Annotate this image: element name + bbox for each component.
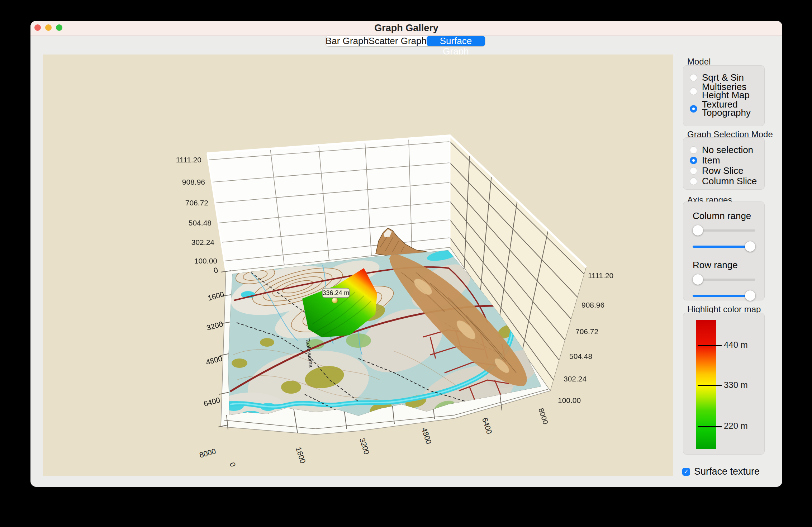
selection-mode-groupbox: No selectionItemRow SliceColumn Slice: [683, 137, 765, 190]
colormap-tick: [698, 426, 722, 427]
axis-label: 908.96: [581, 301, 604, 309]
colormap-tick: [698, 345, 722, 346]
radio-option-column-slice[interactable]: Column Slice: [690, 176, 764, 186]
radio-icon[interactable]: [690, 167, 697, 175]
surface-plot-area: 336.24 m 1111.201111.20908.96908.96706.7…: [43, 54, 673, 476]
model-groupbox: Sqrt & SinMultiseries Height MapTextured…: [683, 65, 765, 126]
app-window: Graph Gallery Bar Graph Scatter Graph Su…: [30, 21, 782, 487]
min-slider-row-range[interactable]: [693, 274, 755, 285]
axis-label: 706.72: [575, 327, 598, 336]
max-slider-column-range[interactable]: [693, 241, 755, 252]
tooltip-value: 336.24 m: [322, 289, 349, 296]
axis-label: 706.72: [185, 199, 208, 207]
colormap-tick-label: 440 m: [724, 340, 748, 350]
range-label: Column range: [693, 210, 764, 222]
selection-tooltip: 336.24 m: [322, 288, 350, 298]
window-title: Graph Gallery: [30, 21, 782, 35]
surface-texture-label: Surface texture: [694, 466, 760, 477]
axis-label: 100.00: [558, 396, 581, 404]
radio-label: Multiseries Height Map: [702, 83, 759, 99]
radio-option-item[interactable]: Item: [690, 155, 764, 165]
radio-label: Column Slice: [702, 177, 757, 185]
axis-label: 908.96: [182, 178, 205, 186]
range-label: Row range: [693, 260, 764, 271]
graph-type-tabs: Bar Graph Scatter Graph Surface Graph: [326, 36, 485, 46]
axis-ranges-groupbox: Column rangeRow range: [683, 201, 765, 300]
max-slider-row-range[interactable]: [693, 290, 755, 301]
radio-option-row-slice[interactable]: Row Slice: [690, 166, 764, 176]
surface-texture-checkbox-row[interactable]: ✓ Surface texture: [682, 466, 760, 477]
tab-bar-graph[interactable]: Bar Graph: [326, 36, 369, 46]
tab-scatter-graph[interactable]: Scatter Graph: [369, 36, 427, 46]
radio-icon[interactable]: [690, 146, 697, 154]
axis-label: 100.00: [194, 257, 217, 265]
slider-knob[interactable]: [693, 274, 703, 285]
radio-option-no-selection[interactable]: No selection: [690, 145, 764, 155]
checkbox-icon[interactable]: ✓: [682, 468, 690, 476]
colormap-tick-label: 330 m: [724, 380, 748, 390]
colormap-gradient-bar: [696, 320, 716, 449]
radio-option-textured-topography[interactable]: Textured Topography: [690, 100, 764, 117]
radio-icon[interactable]: [690, 74, 697, 81]
axis-label: 1111.20: [176, 156, 201, 164]
radio-label: Item: [702, 156, 720, 165]
colormap-tick: [698, 385, 722, 386]
radio-icon[interactable]: [690, 87, 697, 95]
radio-label: Textured Topography: [702, 100, 759, 117]
surface-plot-canvas[interactable]: 336.24 m 1111.201111.20908.96908.96706.7…: [43, 54, 673, 476]
min-slider-column-range[interactable]: [693, 225, 755, 236]
selection-marker[interactable]: [332, 298, 338, 303]
radio-icon[interactable]: [690, 177, 697, 185]
axis-label: 302.24: [564, 375, 587, 383]
radio-option-sqrt-sin[interactable]: Sqrt & Sin: [690, 73, 764, 82]
radio-option-multiseries-height-map[interactable]: Multiseries Height Map: [690, 83, 764, 99]
axis-label: 1111.20: [588, 271, 613, 280]
axis-label: 302.24: [191, 238, 215, 246]
slider-knob[interactable]: [745, 241, 755, 252]
radio-icon[interactable]: [690, 105, 697, 113]
title-bar: Graph Gallery: [30, 21, 782, 36]
radio-icon[interactable]: [690, 157, 697, 164]
colormap-tick-label: 220 m: [724, 421, 748, 431]
radio-label: Sqrt & Sin: [702, 73, 744, 82]
axis-label: 504.48: [189, 219, 212, 227]
slider-knob[interactable]: [745, 290, 755, 301]
colormap-groupbox: 440 m330 m220 m: [683, 313, 765, 455]
slider-knob[interactable]: [693, 225, 703, 236]
radio-label: No selection: [702, 146, 753, 154]
tab-surface-graph[interactable]: Surface Graph: [427, 36, 485, 46]
axis-label: 504.48: [569, 352, 592, 360]
radio-label: Row Slice: [702, 167, 744, 175]
